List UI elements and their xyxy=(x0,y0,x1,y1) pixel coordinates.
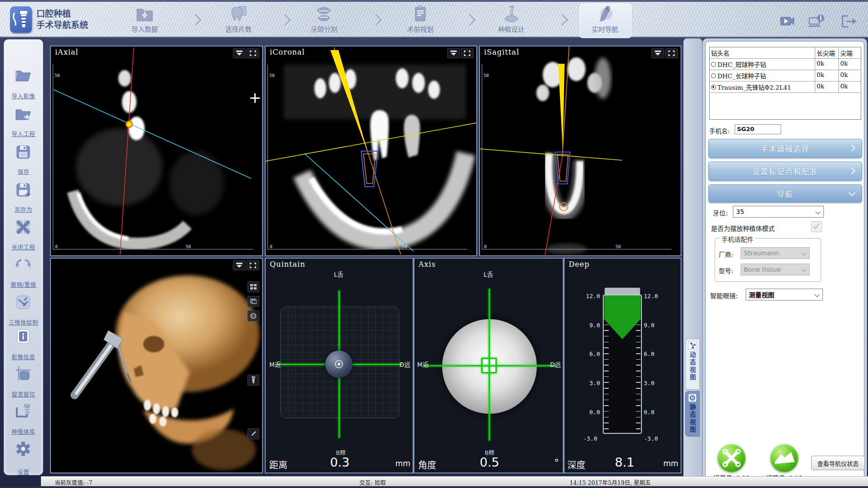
fullscreen-button[interactable] xyxy=(247,260,259,270)
ruler-label: 50 xyxy=(616,244,621,249)
layout-menu-button[interactable] xyxy=(447,48,460,58)
calibration-tool-icon xyxy=(717,444,746,472)
show-implant-button[interactable] xyxy=(247,375,259,386)
tooth-position-select[interactable]: 35 xyxy=(733,206,824,218)
drill-row[interactable]: DHC_长球种子钻 0k 0k xyxy=(710,70,861,81)
fullscreen-button[interactable] xyxy=(247,48,259,58)
datetime-readout: 14:15 2017年5月19日, 星期五 xyxy=(570,478,651,487)
viewport-sagittal[interactable]: iSagittal xyxy=(479,46,681,256)
registration-button[interactable]: 设置标记点和配准 xyxy=(708,162,862,181)
scale-label: 3.0 xyxy=(644,380,663,386)
step-label: 种植设计 xyxy=(484,24,539,34)
sidebar-item-image-info[interactable]: 影像信息 xyxy=(4,352,43,361)
tab-static-view[interactable]: 静态视图 xyxy=(685,391,700,437)
sidebar-item-import-project[interactable]: 导入工程 xyxy=(4,129,43,138)
static-view-icon xyxy=(688,394,696,402)
check-icon xyxy=(812,222,821,231)
handpiece-name-label: 手机名: xyxy=(709,126,730,135)
tool-calibration-button[interactable] xyxy=(717,444,746,472)
viewport-axial[interactable]: iAxial xyxy=(50,46,263,256)
navigator-status-button[interactable]: 查看导航仪状态 xyxy=(811,456,865,470)
layout-menu-button[interactable] xyxy=(233,260,246,270)
implant-library-icon[interactable] xyxy=(14,402,32,420)
sidebar-item-undo-redo[interactable]: 撤销/重做 xyxy=(4,280,43,289)
folder-open-icon[interactable] xyxy=(14,66,32,85)
handpiece-calibration-button[interactable] xyxy=(770,444,798,472)
navigation-section-header[interactable]: 导航 xyxy=(708,184,862,203)
sidebar-item-save[interactable]: 保存 xyxy=(4,167,43,176)
status-bar: 当前灰度值: -7 交互: 拾取 14:15 2017年5月19日, 星期五 xyxy=(41,476,868,487)
drill-radio[interactable] xyxy=(711,73,716,78)
settings-gear-icon[interactable] xyxy=(14,440,32,458)
system-info-button[interactable] xyxy=(808,14,825,29)
viewport-coronal[interactable]: iCoronal xyxy=(265,46,477,256)
placement-mode-checkbox[interactable] xyxy=(811,221,822,232)
depth-label: 深度 xyxy=(567,458,585,471)
annotate-button[interactable] xyxy=(247,428,259,439)
scale-label: 6.0 xyxy=(581,351,600,357)
step-realtime-navigation[interactable]: 实时导航 xyxy=(578,5,632,34)
step-label: 术前规划 xyxy=(393,24,448,34)
sidebar-item-window-level[interactable]: 窗宽窗位 xyxy=(4,390,43,398)
fullscreen-button[interactable] xyxy=(665,48,678,58)
chevron-down-icon xyxy=(815,209,820,214)
save-as-icon[interactable] xyxy=(14,181,32,199)
drill-radio[interactable] xyxy=(711,62,716,67)
handpiece-name-field[interactable]: SG20 xyxy=(735,124,781,134)
video-record-button[interactable] xyxy=(779,14,796,29)
sidebar-item-close-project[interactable]: 关闭工程 xyxy=(4,243,43,251)
save-icon[interactable] xyxy=(14,143,32,161)
sidebar-item-save-as[interactable]: 另存为 xyxy=(4,205,43,214)
step-select-slices[interactable]: 选择片数 xyxy=(211,5,266,34)
step-implant-design[interactable]: 种植设计 xyxy=(484,5,539,34)
dropdown-icon xyxy=(236,263,243,268)
tab-dynamic-view[interactable]: 动态视图 xyxy=(685,339,700,390)
panel-title: Deep xyxy=(569,260,590,269)
instrument-select-button[interactable]: 手术器械选择 xyxy=(708,139,862,158)
sidebar-item-implant-library[interactable]: 种植体库 xyxy=(4,427,43,436)
viewport-title: iCoronal xyxy=(270,48,305,56)
drill-row[interactable]: DHC_短球种子钻 0k 0k xyxy=(710,59,861,70)
model-select[interactable]: Bone tissue xyxy=(741,264,810,275)
scale-label: 0.0 xyxy=(581,409,600,416)
app-logo xyxy=(10,6,32,33)
layout-grid-button[interactable] xyxy=(247,281,259,292)
step-label: 实时导航 xyxy=(578,24,632,34)
sphere-view-button[interactable] xyxy=(247,310,259,321)
step-chevron-icon xyxy=(464,14,476,26)
undo-redo-icon[interactable] xyxy=(14,255,32,274)
close-project-icon[interactable] xyxy=(14,218,32,236)
exit-button[interactable] xyxy=(840,14,857,29)
fullscreen-button[interactable] xyxy=(461,48,474,58)
column-header-drill-name: 钻头名 xyxy=(710,47,815,58)
right-panel-frame: 钻头名 长尖端 尖端 DHC_短球种子钻 0k 0k DHC_长球种子钻 0k … xyxy=(702,38,867,484)
window-level-icon[interactable] xyxy=(14,365,32,383)
jaw-segmentation-icon xyxy=(313,5,334,24)
angle-indicator-square xyxy=(481,358,497,373)
step-import-data[interactable]: 导入数据 xyxy=(117,5,172,34)
vendor-select[interactable]: Straumann xyxy=(741,247,810,259)
slice-planes-button[interactable] xyxy=(247,296,259,307)
direction-label-distal: D远 xyxy=(550,360,561,369)
sidebar-item-import-image[interactable]: 导入影像 xyxy=(4,92,43,100)
step-jaw-segmentation[interactable]: 牙颌分割 xyxy=(297,5,351,34)
viewport-title: iAxial xyxy=(55,48,78,56)
layout-menu-button[interactable] xyxy=(233,48,246,58)
step-preop-planning[interactable]: 术前规划 xyxy=(393,5,448,34)
direction-label-mesial: M近 xyxy=(269,360,281,369)
drill-row-selected[interactable]: Trausim_先锋钻Φ2.2L41 0k 0k xyxy=(710,81,861,93)
distance-value: 0.3 xyxy=(319,455,360,469)
volume-render-icon[interactable] xyxy=(14,293,32,311)
image-info-icon[interactable] xyxy=(14,327,32,346)
select-slices-icon xyxy=(228,5,249,24)
viewport-3d-volume[interactable] xyxy=(50,258,263,473)
smart-glasses-select[interactable]: 测量视图 xyxy=(746,289,823,300)
interaction-mode: 交互: 拾取 xyxy=(359,478,386,487)
sidebar-item-volume-render[interactable]: 三维体绘制 xyxy=(4,318,43,326)
drill-radio-selected[interactable] xyxy=(711,85,716,90)
sidebar-item-settings[interactable]: 设置 xyxy=(4,468,43,476)
layout-menu-button[interactable] xyxy=(651,48,664,58)
depth-gauge-tube xyxy=(603,295,642,434)
folder-import-icon[interactable] xyxy=(14,105,32,123)
horizontal-ruler xyxy=(482,249,671,249)
